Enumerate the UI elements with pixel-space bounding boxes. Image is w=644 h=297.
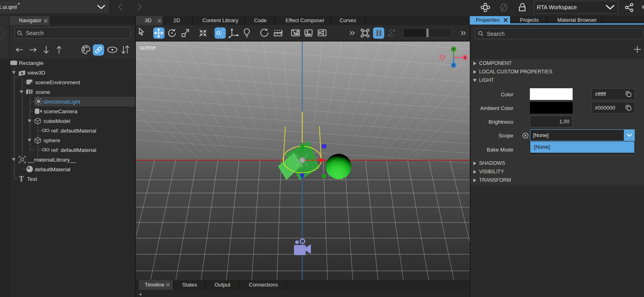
svg-text:scene: scene	[140, 44, 156, 51]
svg-text:Z: Z	[452, 63, 455, 67]
svg-text:X: X	[464, 56, 466, 60]
svg-text:Y: Y	[452, 47, 455, 51]
